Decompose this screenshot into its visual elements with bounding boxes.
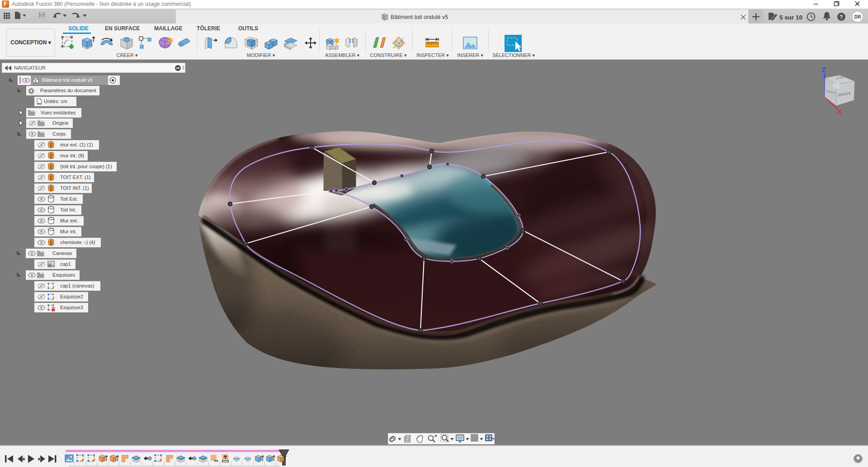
svg-text:?: ? <box>840 14 843 20</box>
svg-text:5 sur 10: 5 sur 10 <box>779 14 802 21</box>
svg-text:Bâtiment toit ondulé v5: Bâtiment toit ondulé v5 <box>391 14 448 20</box>
svg-text:DR: DR <box>854 14 861 19</box>
svg-text:X: X <box>837 108 842 115</box>
svg-text:Z: Z <box>821 66 826 74</box>
